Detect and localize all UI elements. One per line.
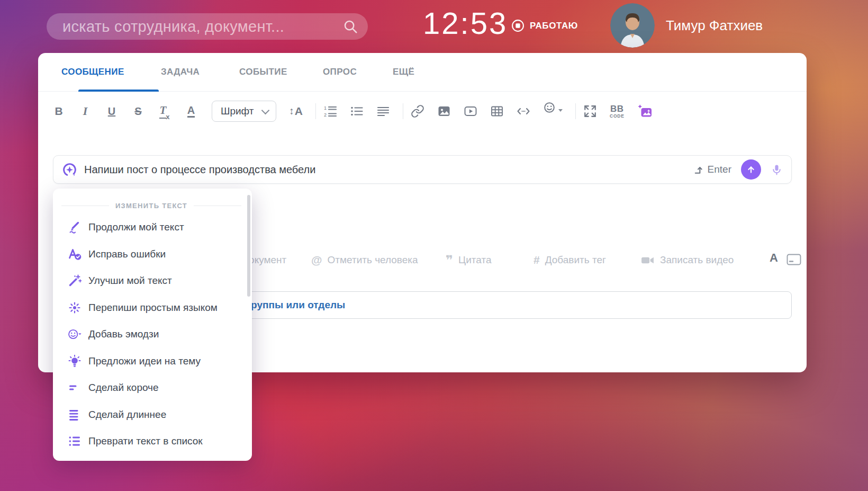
idea-bulb-icon xyxy=(68,354,82,368)
image-icon xyxy=(437,104,451,118)
menu-item-suggest-ideas[interactable]: Предложи идеи на тему xyxy=(53,348,252,375)
tab-event[interactable]: СОБЫТИЕ xyxy=(239,53,287,91)
menu-item-continue-text[interactable]: Продолжи мой текст xyxy=(53,214,252,241)
magic-wand-icon xyxy=(68,274,82,288)
italic-button[interactable]: I xyxy=(78,101,92,122)
spellcheck-icon xyxy=(68,247,82,261)
menu-scrollbar[interactable] xyxy=(247,195,250,297)
lengthen-icon xyxy=(68,408,82,422)
strikethrough-button[interactable]: S xyxy=(131,101,145,122)
font-select[interactable]: Шрифт xyxy=(212,101,276,122)
table-button[interactable] xyxy=(490,101,504,122)
add-emoji-icon xyxy=(68,327,82,341)
menu-items: Продолжи мой текст Исправь ошибки Улучши… xyxy=(53,214,252,455)
code-icon xyxy=(517,104,530,118)
fullscreen-button[interactable] xyxy=(583,101,597,122)
menu-section-header: ИЗМЕНИТЬ ТЕКСТ xyxy=(61,198,241,213)
prompt-text: Напиши пост о процессе производства мебе… xyxy=(84,164,693,176)
menu-item-add-emoji[interactable]: Добавь эмодзи xyxy=(53,321,252,348)
video-camera-icon xyxy=(640,253,655,267)
bbcode-button[interactable]: BB CODE xyxy=(610,104,625,119)
global-search-input[interactable]: искать сотрудника, документ... xyxy=(47,13,368,40)
composer-tabs: СООБЩЕНИЕ ЗАДАЧА СОБЫТИЕ ОПРОС ЕЩЁ xyxy=(38,53,807,92)
microphone-icon xyxy=(771,164,783,176)
font-size-button[interactable]: ↕A xyxy=(289,101,303,122)
copilot-icon xyxy=(62,162,77,177)
return-key-icon xyxy=(693,165,703,175)
clock: 12:53 xyxy=(423,5,508,41)
chevron-down-icon xyxy=(261,106,270,114)
format-toolbar: B I U S Tx A Шрифт ↕A 12 xyxy=(52,97,653,125)
code-button[interactable] xyxy=(517,101,530,122)
divider xyxy=(61,206,109,206)
avatar-photo xyxy=(610,3,655,48)
tab-task[interactable]: ЗАДАЧА xyxy=(161,53,200,91)
menu-item-improve-text[interactable]: Улучши мой текст xyxy=(53,267,252,294)
search-icon xyxy=(342,19,358,34)
chevron-down-icon xyxy=(558,109,563,112)
search-placeholder: искать сотрудника, документ... xyxy=(62,18,342,35)
image-button[interactable] xyxy=(437,101,451,122)
microphone-button[interactable] xyxy=(771,164,783,176)
work-status-button[interactable]: РАБОТАЮ xyxy=(511,19,578,32)
toolbar-divider xyxy=(315,103,316,119)
emoji-button[interactable] xyxy=(543,101,563,122)
menu-item-plain-language[interactable]: Перепиши простым языком xyxy=(53,294,252,322)
at-icon: @ xyxy=(311,254,322,266)
menu-item-fix-errors[interactable]: Исправь ошибки xyxy=(53,241,252,268)
table-icon xyxy=(490,104,504,118)
menu-item-make-longer[interactable]: Сделай длиннее xyxy=(53,401,252,428)
background-card-icon xyxy=(786,253,801,266)
menu-item-make-shorter[interactable]: Сделай короче xyxy=(53,374,252,401)
tab-message[interactable]: СООБЩЕНИЕ xyxy=(61,53,124,91)
menu-item-text-to-list[interactable]: Преврати текст в список xyxy=(53,428,252,455)
arrow-up-icon xyxy=(746,164,756,175)
ordered-list-icon: 12 xyxy=(323,104,337,118)
enter-hint: Enter xyxy=(693,164,731,175)
recipients-value: Группы или отделы xyxy=(246,299,345,311)
toolbar-divider xyxy=(403,103,403,119)
recipients-field[interactable]: Группы или отделы xyxy=(241,291,792,319)
video-icon xyxy=(464,104,477,118)
user-avatar[interactable] xyxy=(610,3,655,48)
toolbar-divider xyxy=(575,103,576,119)
shorten-icon xyxy=(68,381,82,395)
copilot-actions-menu: ИЗМЕНИТЬ ТЕКСТ Продолжи мой текст Исправ… xyxy=(53,189,252,461)
video-button[interactable] xyxy=(464,101,477,122)
text-color-button[interactable]: A xyxy=(184,101,198,122)
svg-text:1: 1 xyxy=(324,105,327,111)
stop-record-icon xyxy=(511,19,525,32)
plain-language-icon xyxy=(68,301,82,315)
text-style-button[interactable]: A xyxy=(770,251,778,265)
desktop: искать сотрудника, документ... 12:53 РАБ… xyxy=(0,0,868,491)
ai-image-button[interactable] xyxy=(637,101,653,122)
quote-button[interactable]: ❞ Цитата xyxy=(446,248,491,272)
link-button[interactable] xyxy=(411,101,424,122)
copilot-prompt-input[interactable]: Напиши пост о процессе производства мебе… xyxy=(53,155,792,184)
user-name[interactable]: Тимур Фатхиев xyxy=(666,17,763,34)
emoji-icon xyxy=(543,101,557,114)
bullet-list-icon xyxy=(350,104,364,118)
bold-button[interactable]: B xyxy=(52,101,66,122)
add-tag-button[interactable]: # Добавить тег xyxy=(534,248,606,272)
tab-more[interactable]: ЕЩЁ xyxy=(393,53,414,91)
mention-person-button[interactable]: @ Отметить человека xyxy=(311,248,418,272)
align-button[interactable] xyxy=(376,101,390,122)
underline-button[interactable]: U xyxy=(105,101,119,122)
bullet-list-button[interactable] xyxy=(350,101,364,122)
send-prompt-button[interactable] xyxy=(741,159,761,180)
active-tab-underline xyxy=(78,90,159,92)
record-video-button[interactable]: Записать видео xyxy=(640,248,734,272)
text-to-list-icon xyxy=(68,434,82,448)
ordered-list-button[interactable]: 12 xyxy=(323,101,337,122)
clear-format-button[interactable]: Tx xyxy=(158,101,171,122)
post-background-button[interactable] xyxy=(786,253,801,266)
hash-icon: # xyxy=(534,254,540,266)
divider xyxy=(194,206,241,206)
ai-image-sparkle-icon xyxy=(637,104,653,119)
link-icon xyxy=(411,104,424,118)
fullscreen-icon xyxy=(583,104,597,118)
svg-text:2: 2 xyxy=(324,112,327,118)
pen-continue-icon xyxy=(68,220,82,234)
tab-poll[interactable]: ОПРОС xyxy=(323,53,357,91)
